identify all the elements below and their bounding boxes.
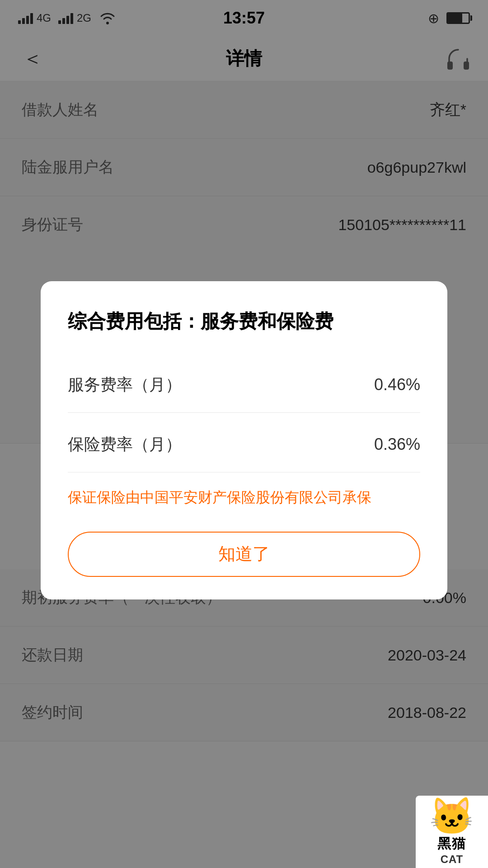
dialog-title: 综合费用包括：服务费和保险费 — [68, 308, 420, 335]
service-fee-value: 0.46% — [374, 375, 420, 394]
note-highlight: 中国平安财产保险股份有限公司 — [140, 489, 343, 505]
watermark-brand: 黑猫 — [437, 835, 466, 853]
dialog-note: 保证保险由中国平安财产保险股份有限公司承保 — [68, 486, 420, 509]
watermark: 🐱 黑猫 CAT — [416, 796, 488, 868]
divider-2 — [68, 472, 420, 472]
watermark-sub: CAT — [441, 853, 464, 866]
divider-1 — [68, 412, 420, 413]
note-prefix: 保证保险由 — [68, 489, 140, 505]
insurance-fee-value: 0.36% — [374, 435, 420, 454]
insurance-fee-row: 保险费率（月） 0.36% — [68, 417, 420, 472]
watermark-cat-emoji: 🐱 — [429, 798, 474, 835]
confirm-button[interactable]: 知道了 — [68, 532, 420, 577]
service-fee-label: 服务费率（月） — [68, 374, 182, 396]
fee-dialog: 综合费用包括：服务费和保险费 服务费率（月） 0.46% 保险费率（月） 0.3… — [41, 281, 447, 599]
service-fee-row: 服务费率（月） 0.46% — [68, 358, 420, 412]
insurance-fee-label: 保险费率（月） — [68, 434, 182, 456]
note-suffix: 承保 — [343, 489, 371, 505]
